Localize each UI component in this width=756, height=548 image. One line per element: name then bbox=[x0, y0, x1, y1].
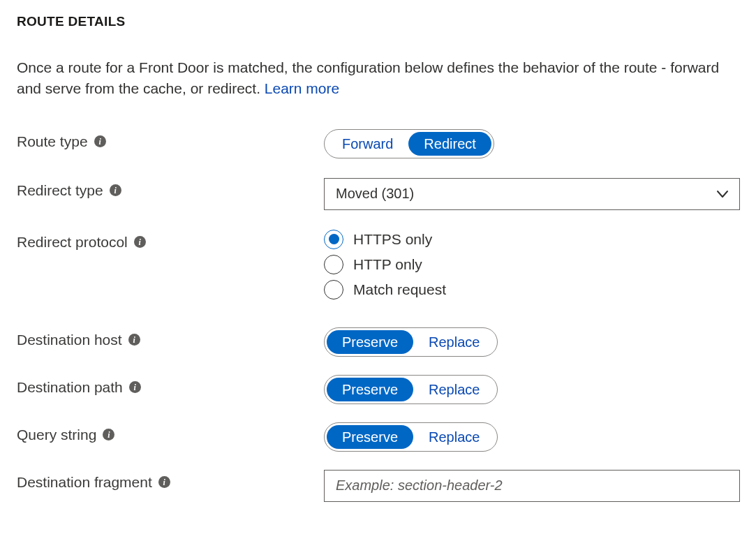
query-string-label: Query string i bbox=[17, 422, 324, 443]
label-text: Destination path bbox=[17, 379, 123, 396]
chevron-down-icon bbox=[716, 187, 729, 201]
redirect-protocol-http-only[interactable]: HTTP only bbox=[324, 255, 446, 274]
info-icon[interactable]: i bbox=[129, 381, 141, 393]
destination-path-preserve[interactable]: Preserve bbox=[327, 378, 413, 401]
destination-path-replace[interactable]: Replace bbox=[413, 378, 495, 401]
redirect-protocol-radiogroup: HTTPS only HTTP only Match request bbox=[324, 230, 446, 299]
query-string-toggle: Preserve Replace bbox=[324, 422, 498, 452]
radio-label: HTTP only bbox=[353, 256, 422, 273]
radio-icon bbox=[324, 230, 343, 249]
learn-more-link[interactable]: Learn more bbox=[265, 80, 339, 96]
radio-label: HTTPS only bbox=[353, 231, 432, 248]
destination-host-label: Destination host i bbox=[17, 327, 324, 348]
info-icon[interactable]: i bbox=[110, 184, 121, 196]
label-text: Redirect protocol bbox=[17, 234, 128, 251]
route-type-label: Route type i bbox=[17, 129, 324, 150]
radio-icon bbox=[324, 280, 343, 299]
description-body: Once a route for a Front Door is matched… bbox=[17, 59, 719, 96]
destination-host-replace[interactable]: Replace bbox=[413, 330, 495, 354]
destination-host-preserve[interactable]: Preserve bbox=[327, 330, 413, 354]
select-value: Moved (301) bbox=[336, 186, 414, 202]
label-text: Redirect type bbox=[17, 182, 103, 199]
label-text: Destination host bbox=[17, 332, 122, 348]
query-string-preserve[interactable]: Preserve bbox=[327, 425, 413, 449]
info-icon[interactable]: i bbox=[134, 236, 146, 248]
query-string-replace[interactable]: Replace bbox=[413, 425, 495, 449]
route-type-toggle: Forward Redirect bbox=[324, 129, 494, 158]
info-icon[interactable]: i bbox=[94, 135, 106, 147]
redirect-type-select[interactable]: Moved (301) bbox=[324, 178, 740, 210]
route-type-redirect[interactable]: Redirect bbox=[408, 132, 491, 156]
info-icon[interactable]: i bbox=[158, 476, 170, 488]
destination-fragment-label: Destination fragment i bbox=[17, 470, 324, 491]
redirect-type-label: Redirect type i bbox=[17, 178, 324, 199]
destination-path-label: Destination path i bbox=[17, 375, 324, 396]
radio-icon bbox=[324, 255, 343, 274]
redirect-protocol-label: Redirect protocol i bbox=[17, 230, 324, 251]
label-text: Destination fragment bbox=[17, 474, 152, 491]
radio-label: Match request bbox=[353, 281, 446, 298]
label-text: Route type bbox=[17, 133, 88, 150]
destination-fragment-input[interactable] bbox=[324, 470, 740, 502]
redirect-protocol-https-only[interactable]: HTTPS only bbox=[324, 230, 446, 249]
redirect-protocol-match-request[interactable]: Match request bbox=[324, 280, 446, 299]
description-text: Once a route for a Front Door is matched… bbox=[17, 57, 739, 100]
route-type-forward[interactable]: Forward bbox=[327, 132, 408, 156]
label-text: Query string bbox=[17, 427, 96, 443]
section-title: ROUTE DETAILS bbox=[17, 14, 739, 29]
destination-host-toggle: Preserve Replace bbox=[324, 327, 498, 357]
destination-path-toggle: Preserve Replace bbox=[324, 375, 498, 404]
info-icon[interactable]: i bbox=[103, 429, 114, 440]
info-icon[interactable]: i bbox=[128, 334, 140, 346]
